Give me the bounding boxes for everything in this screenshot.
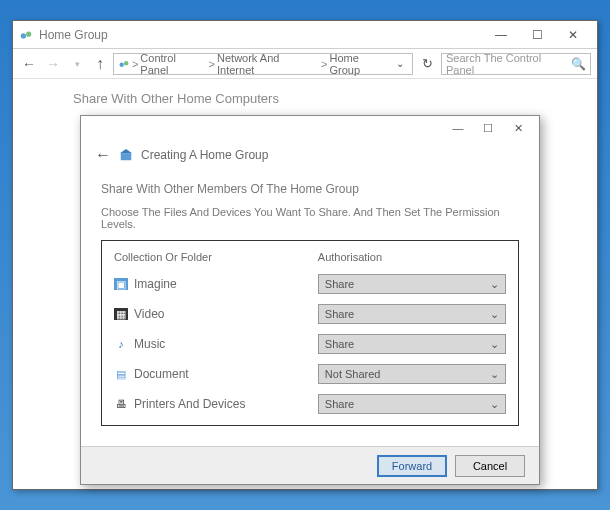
svg-point-1 <box>26 31 31 36</box>
wizard-back-button[interactable]: ← <box>95 146 111 164</box>
up-button[interactable]: ↑ <box>91 55 109 73</box>
back-button[interactable]: ← <box>19 54 39 74</box>
breadcrumb-item[interactable]: Control Panel <box>140 52 206 76</box>
svg-point-3 <box>124 61 128 65</box>
wizard-window: — ☐ ✕ ← Creating A Home Group Share With… <box>80 115 540 485</box>
window-controls: — ☐ ✕ <box>483 23 591 47</box>
wizard-titlebar: — ☐ ✕ <box>81 116 539 140</box>
folder-cell-imagine: ▣ Imagine <box>114 277 318 291</box>
folder-label: Music <box>134 337 165 351</box>
window-title: Home Group <box>39 28 483 42</box>
printer-icon: 🖶 <box>114 398 128 410</box>
breadcrumb-item[interactable]: Network And Internet <box>217 52 319 76</box>
maximize-button[interactable]: ☐ <box>519 23 555 47</box>
auth-dropdown-imagine[interactable]: Share <box>318 274 506 294</box>
wizard-description: Choose The Files And Devices You Want To… <box>101 206 519 230</box>
table-row: ▦ Video Share <box>110 299 510 329</box>
folder-cell-video: ▦ Video <box>114 307 318 321</box>
folder-cell-printers: 🖶 Printers And Devices <box>114 397 318 411</box>
col-folder-header: Collection Or Folder <box>114 251 318 263</box>
auth-dropdown-video[interactable]: Share <box>318 304 506 324</box>
minimize-button[interactable]: — <box>483 23 519 47</box>
video-icon: ▦ <box>114 308 128 320</box>
folder-label: Printers And Devices <box>134 397 245 411</box>
wizard-footer: Forward Cancel <box>81 446 539 484</box>
document-icon: ▤ <box>114 368 128 380</box>
table-header: Collection Or Folder Authorisation <box>110 247 510 269</box>
wizard-header: ← Creating A Home Group <box>81 140 539 174</box>
search-input[interactable]: Search The Control Panel 🔍 <box>441 53 591 75</box>
address-dropdown[interactable]: ⌄ <box>392 58 408 69</box>
page-heading: Share With Other Home Computers <box>73 91 537 106</box>
auth-dropdown-printers[interactable]: Share <box>318 394 506 414</box>
table-row: 🖶 Printers And Devices Share <box>110 389 510 419</box>
folder-cell-music: ♪ Music <box>114 337 318 351</box>
table-row: ▤ Document Not Shared <box>110 359 510 389</box>
refresh-button[interactable]: ↻ <box>417 54 437 74</box>
share-table: Collection Or Folder Authorisation ▣ Ima… <box>101 240 519 426</box>
folder-label: Imagine <box>134 277 177 291</box>
wizard-maximize-button[interactable]: ☐ <box>473 118 503 138</box>
svg-point-0 <box>21 33 26 38</box>
breadcrumb-sep: > <box>321 58 327 70</box>
auth-dropdown-music[interactable]: Share <box>318 334 506 354</box>
wizard-close-button[interactable]: ✕ <box>503 118 533 138</box>
auth-dropdown-document[interactable]: Not Shared <box>318 364 506 384</box>
table-row: ▣ Imagine Share <box>110 269 510 299</box>
music-icon: ♪ <box>114 338 128 350</box>
svg-rect-4 <box>121 153 132 160</box>
folder-label: Video <box>134 307 164 321</box>
address-bar[interactable]: > Control Panel > Network And Internet >… <box>113 53 413 75</box>
table-row: ♪ Music Share <box>110 329 510 359</box>
homegroup-icon <box>19 28 33 42</box>
folder-label: Document <box>134 367 189 381</box>
col-auth-header: Authorisation <box>318 251 506 263</box>
breadcrumb-sep: > <box>132 58 138 70</box>
forward-button[interactable]: → <box>43 54 63 74</box>
wizard-subtitle: Share With Other Members Of The Home Gro… <box>101 182 519 196</box>
wizard-title: Creating A Home Group <box>141 148 268 162</box>
titlebar: Home Group — ☐ ✕ <box>13 21 597 49</box>
wizard-icon <box>119 148 133 162</box>
wizard-body: Share With Other Members Of The Home Gro… <box>81 174 539 434</box>
folder-cell-document: ▤ Document <box>114 367 318 381</box>
navbar: ← → ▾ ↑ > Control Panel > Network And In… <box>13 49 597 79</box>
wizard-minimize-button[interactable]: — <box>443 118 473 138</box>
recent-dropdown[interactable]: ▾ <box>67 54 87 74</box>
search-placeholder: Search The Control Panel <box>446 52 571 76</box>
cancel-button[interactable]: Cancel <box>455 455 525 477</box>
search-icon: 🔍 <box>571 57 586 71</box>
addressbar-icon <box>118 58 130 70</box>
svg-marker-5 <box>120 149 132 153</box>
breadcrumb-sep: > <box>209 58 215 70</box>
content-area: Share With Other Home Computers <box>13 79 597 118</box>
breadcrumb-item[interactable]: Home Group <box>330 52 393 76</box>
close-button[interactable]: ✕ <box>555 23 591 47</box>
pictures-icon: ▣ <box>114 278 128 290</box>
svg-point-2 <box>119 62 123 66</box>
forward-button[interactable]: Forward <box>377 455 447 477</box>
